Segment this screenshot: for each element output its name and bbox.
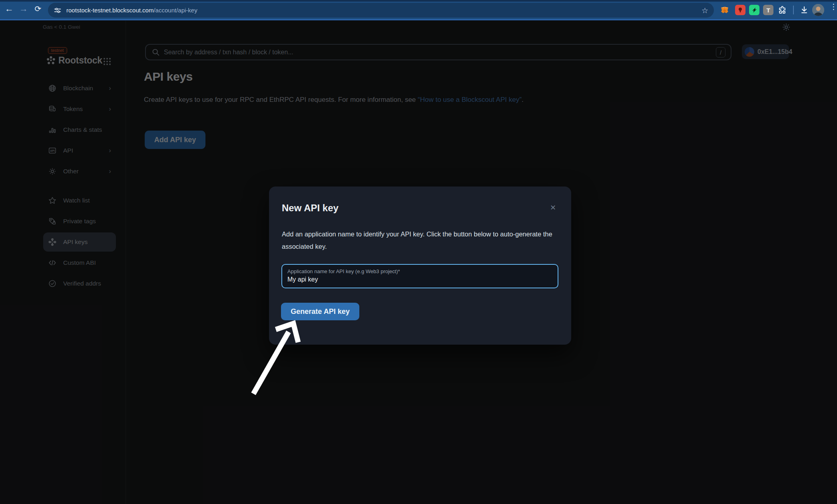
- url-path: /account/api-key: [153, 7, 197, 14]
- tab-strip-edge: [0, 0, 837, 2]
- red-extension-icon[interactable]: [735, 5, 745, 15]
- modal-description: Add an application name to identify your…: [282, 228, 562, 253]
- browser-reload-button[interactable]: ⟳: [31, 2, 45, 16]
- site-settings-icon[interactable]: [54, 6, 62, 14]
- generate-api-key-button[interactable]: Generate API key: [281, 303, 359, 320]
- browser-forward-button[interactable]: →: [17, 2, 30, 16]
- metamask-extension-icon[interactable]: [719, 5, 730, 15]
- bookmark-star-icon[interactable]: ☆: [701, 6, 708, 15]
- browser-menu-kebab-icon[interactable]: ⋮: [830, 5, 834, 8]
- modal-title: New API key: [282, 202, 339, 214]
- browser-toolbar: ← → ⟳ rootstock-testnet.blockscout.com/a…: [0, 0, 837, 20]
- close-icon[interactable]: ✕: [550, 204, 556, 211]
- browser-profile-avatar[interactable]: [812, 4, 824, 16]
- browser-back-button[interactable]: ←: [2, 2, 16, 16]
- toolbar-separator: [793, 6, 794, 14]
- url-domain: rootstock-testnet.blockscout.com: [66, 7, 153, 14]
- new-api-key-modal: New API key ✕ Add an application name to…: [269, 187, 571, 345]
- downloads-icon[interactable]: [799, 5, 809, 15]
- application-name-field: Application name for API key (e.g Web3 p…: [281, 264, 558, 288]
- application-name-label: Application name for API key (e.g Web3 p…: [287, 268, 400, 274]
- address-bar[interactable]: rootstock-testnet.blockscout.com/account…: [48, 3, 714, 18]
- green-extension-icon[interactable]: [749, 5, 759, 15]
- tampermonkey-extension-icon[interactable]: T: [763, 5, 773, 15]
- url-text[interactable]: rootstock-testnet.blockscout.com/account…: [66, 7, 197, 14]
- application-name-input[interactable]: [287, 276, 547, 283]
- toolbar-highlight: [0, 19, 837, 20]
- screenshot-root: ← → ⟳ rootstock-testnet.blockscout.com/a…: [0, 0, 837, 504]
- extensions-puzzle-icon[interactable]: [777, 5, 787, 15]
